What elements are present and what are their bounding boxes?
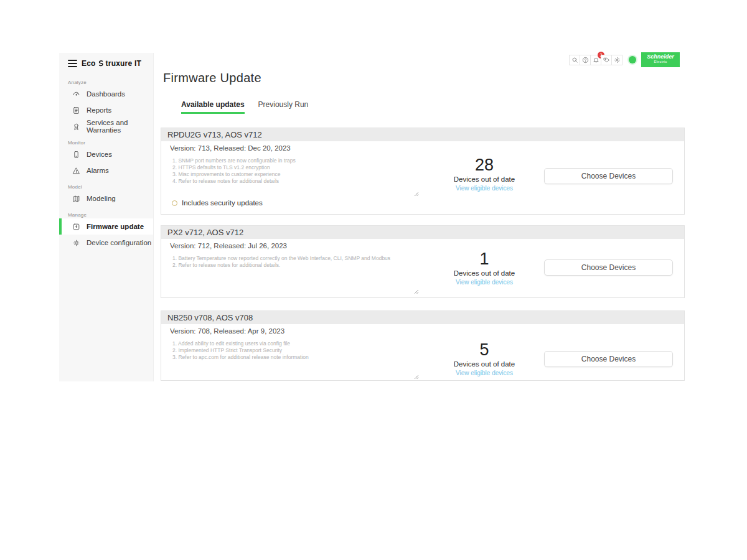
view-eligible-devices-link[interactable]: View eligible devices <box>444 370 525 376</box>
devices-out-of-date-label: Devices out of date <box>444 269 525 277</box>
topbar-icon-group: 3 <box>570 55 622 65</box>
firmware-card-title: RPDU2G v713, AOS v712 <box>161 128 684 141</box>
devices-out-of-date-count: 5 <box>444 340 525 359</box>
security-badge-icon <box>172 200 177 206</box>
sidebar-item-label: Modeling <box>87 195 116 202</box>
tab-previously-run[interactable]: Previously Run <box>258 100 309 114</box>
devices-out-of-date-count: 1 <box>444 250 525 268</box>
search-icon[interactable] <box>569 55 580 65</box>
firmware-card-title: PX2 v712, AOS v712 <box>161 226 684 239</box>
firmware-icon <box>72 223 80 231</box>
menu-icon[interactable] <box>68 60 77 67</box>
sidebar-item-alarms[interactable]: Alarms <box>59 162 153 179</box>
warranty-ribbon-icon <box>72 123 80 131</box>
sidebar-item-dashboards[interactable]: Dashboards <box>59 86 153 102</box>
release-note-line: 1. Battery Temperature now reported corr… <box>172 255 421 262</box>
version-line: Version: 712, Released: Jul 26, 2023 <box>170 242 287 250</box>
brand-line1: Schneider <box>641 54 680 60</box>
release-note-line: 1. Added ability to edit existing users … <box>172 340 421 347</box>
sidebar-item-label: Dashboards <box>87 90 125 98</box>
sidebar-item-label: Device configuration <box>87 239 151 246</box>
alarm-triangle-icon <box>72 167 80 175</box>
release-notes: 1. SNMP port numbers are now configurabl… <box>172 157 421 185</box>
device-stats: 28 Devices out of date View eligible dev… <box>444 156 525 192</box>
section-label-model: Model <box>68 184 153 190</box>
release-note-line: 2. Refer to release notes for additional… <box>172 262 421 269</box>
release-notes: 1. Added ability to edit existing users … <box>172 340 421 361</box>
release-note-line: 1. SNMP port numbers are now configurabl… <box>172 157 421 164</box>
logo-suffix: truxure IT <box>106 59 141 68</box>
tab-bar: Available updates Previously Run <box>181 100 308 114</box>
release-note-line: 3. Refer to apc.com for additional relea… <box>172 354 421 361</box>
release-notes: 1. Battery Temperature now reported corr… <box>172 255 421 269</box>
release-note-line: 3. Misc improvements to customer experie… <box>172 171 421 178</box>
security-note-label: Includes security updates <box>182 199 263 207</box>
ecostruxure-s-icon <box>96 58 106 68</box>
firmware-card-title: NB250 v708, AOS v708 <box>161 311 684 324</box>
help-icon[interactable] <box>580 55 591 65</box>
view-eligible-devices-link[interactable]: View eligible devices <box>444 185 525 192</box>
firmware-card: RPDU2G v713, AOS v712 Version: 713, Rele… <box>161 128 685 215</box>
device-config-icon <box>72 239 80 247</box>
sidebar-item-device-configuration[interactable]: Device configuration <box>59 235 153 251</box>
version-line: Version: 708, Released: Apr 9, 2023 <box>170 327 284 335</box>
logo-prefix: Eco <box>82 59 96 68</box>
device-icon <box>72 151 80 159</box>
page-title: Firmware Update <box>163 71 261 85</box>
section-label-monitor: Monitor <box>68 140 153 146</box>
sidebar-item-reports[interactable]: Reports <box>59 102 153 118</box>
sidebar-item-devices[interactable]: Devices <box>59 146 153 162</box>
sidebar-item-modeling[interactable]: Modeling <box>59 190 153 207</box>
firmware-card: PX2 v712, AOS v712 Version: 712, Release… <box>161 225 685 298</box>
choose-devices-button[interactable]: Choose Devices <box>544 351 673 367</box>
tag-icon[interactable] <box>601 55 612 65</box>
notifications-bell-icon[interactable]: 3 <box>590 55 601 65</box>
user-avatar[interactable] <box>629 56 636 63</box>
device-stats: 1 Devices out of date View eligible devi… <box>444 250 525 286</box>
sidebar-item-firmware-update[interactable]: Firmware update <box>59 218 153 235</box>
resize-grip-icon[interactable] <box>414 371 419 376</box>
sidebar-item-label: Reports <box>87 106 111 114</box>
sidebar-item-services-warranties[interactable]: Services and Warranties <box>59 118 153 134</box>
sidebar: Eco truxure IT Analyze Dashboards Report… <box>59 53 154 381</box>
gauge-icon <box>72 90 80 98</box>
view-eligible-devices-link[interactable]: View eligible devices <box>444 279 525 286</box>
release-note-line: 2. Implemented HTTP Strict Transport Sec… <box>172 347 421 354</box>
sidebar-item-label: Devices <box>87 151 112 158</box>
resize-grip-icon[interactable] <box>414 188 419 193</box>
choose-devices-button[interactable]: Choose Devices <box>544 259 673 276</box>
version-line: Version: 713, Released: Dec 20, 2023 <box>170 144 291 152</box>
devices-out-of-date-count: 28 <box>444 156 525 174</box>
device-stats: 5 Devices out of date View eligible devi… <box>444 340 525 376</box>
tab-available-updates[interactable]: Available updates <box>181 100 245 114</box>
sidebar-item-label: Alarms <box>87 167 109 174</box>
resize-grip-icon[interactable] <box>414 286 419 291</box>
choose-devices-button[interactable]: Choose Devices <box>544 168 673 184</box>
modeling-map-icon <box>72 195 80 203</box>
report-icon <box>72 106 80 114</box>
settings-gear-icon[interactable] <box>611 55 622 65</box>
ecostruxure-logo: Eco truxure IT <box>82 59 141 68</box>
devices-out-of-date-label: Devices out of date <box>444 360 525 368</box>
section-label-analyze: Analyze <box>68 80 153 85</box>
firmware-card: NB250 v708, AOS v708 Version: 708, Relea… <box>161 310 685 381</box>
brand-line2: Electric <box>641 60 680 64</box>
devices-out-of-date-label: Devices out of date <box>444 175 525 183</box>
release-note-line: 4. Refer to release notes for additional… <box>172 178 421 185</box>
sidebar-item-label: Firmware update <box>87 223 144 230</box>
app-logo: Eco truxure IT <box>59 53 153 74</box>
section-label-manage: Manage <box>68 212 153 218</box>
security-updates-note: Includes security updates <box>172 199 263 207</box>
schneider-electric-logo[interactable]: Schneider Electric <box>641 52 680 67</box>
release-note-line: 2. HTTPS defaults to TLS v1.2 encryption <box>172 164 421 171</box>
sidebar-item-label: Services and Warranties <box>87 119 153 134</box>
